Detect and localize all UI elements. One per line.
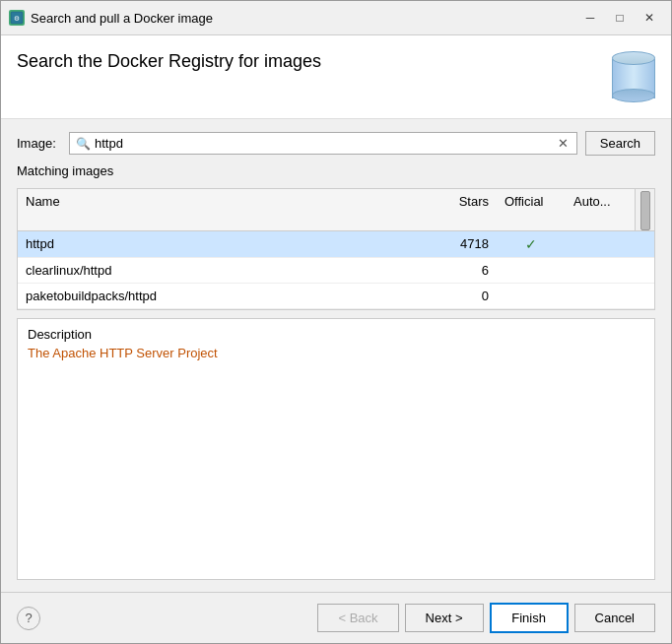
search-input[interactable]	[95, 136, 552, 151]
row-name: clearlinux/httpd	[18, 258, 428, 283]
header-section: Search the Docker Registry for images	[1, 35, 671, 119]
table-row[interactable]: httpd 4718 ✓	[18, 231, 654, 258]
row-official	[497, 258, 566, 283]
row-auto	[566, 284, 635, 308]
image-search-row: Image: 🔍 ✕ Search	[17, 131, 655, 156]
row-auto	[566, 258, 635, 283]
row-spacer	[635, 258, 654, 283]
scrollbar-area	[635, 189, 654, 230]
finish-button[interactable]: Finish	[490, 603, 569, 633]
clear-input-button[interactable]: ✕	[556, 136, 571, 151]
search-icon: 🔍	[76, 137, 91, 151]
footer: ? < Back Next > Finish Cancel	[1, 592, 671, 643]
cancel-button[interactable]: Cancel	[574, 604, 655, 632]
help-button[interactable]: ?	[17, 607, 40, 630]
footer-buttons: < Back Next > Finish Cancel	[317, 603, 655, 633]
table-body: httpd 4718 ✓ clearlinux/httpd 6 paketobu…	[18, 231, 654, 309]
svg-text:⚙: ⚙	[15, 14, 20, 23]
row-name: paketobuildpacks/httpd	[18, 284, 428, 308]
minimize-button[interactable]: ─	[576, 7, 604, 29]
col-official: Official	[497, 189, 566, 230]
app-icon: ⚙	[9, 10, 25, 26]
row-stars: 4718	[428, 231, 497, 257]
table-row[interactable]: paketobuildpacks/httpd 0	[18, 284, 654, 309]
next-button[interactable]: Next >	[405, 604, 484, 632]
page-title: Search the Docker Registry for images	[17, 51, 321, 72]
row-name: httpd	[18, 231, 428, 257]
window-title: Search and pull a Docker image	[31, 11, 213, 26]
matching-images-label: Matching images	[17, 163, 655, 178]
table-header: Name Stars Official Auto...	[18, 189, 654, 231]
maximize-button[interactable]: □	[606, 7, 634, 29]
search-button[interactable]: Search	[585, 131, 655, 156]
row-spacer	[635, 284, 654, 308]
back-button[interactable]: < Back	[317, 604, 398, 632]
row-stars: 6	[428, 258, 497, 283]
table-row[interactable]: clearlinux/httpd 6	[18, 258, 654, 284]
row-stars: 0	[428, 284, 497, 308]
col-name: Name	[18, 189, 428, 230]
results-panel: Name Stars Official Auto... httpd 4718 ✓	[17, 188, 655, 310]
title-bar: ⚙ Search and pull a Docker image ─ □ ✕	[1, 1, 671, 35]
image-label: Image:	[17, 136, 61, 151]
col-stars: Stars	[428, 189, 497, 230]
footer-left: ?	[17, 607, 40, 630]
scrollbar-thumb[interactable]	[640, 191, 650, 230]
close-button[interactable]: ✕	[636, 7, 663, 29]
row-spacer	[635, 231, 654, 257]
main-window: ⚙ Search and pull a Docker image ─ □ ✕ S…	[0, 0, 672, 644]
search-input-container: 🔍 ✕	[69, 132, 577, 155]
row-auto	[566, 231, 635, 257]
official-checkmark: ✓	[525, 236, 537, 252]
description-panel: Description The Apache HTTP Server Proje…	[17, 318, 655, 580]
row-official	[497, 284, 566, 308]
registry-icon	[612, 51, 655, 102]
content-area: Image: 🔍 ✕ Search Matching images Name S…	[1, 119, 671, 592]
row-official: ✓	[497, 231, 566, 257]
description-value: The Apache HTTP Server Project	[28, 346, 644, 360]
col-auto: Auto...	[566, 189, 635, 230]
description-label: Description	[28, 327, 644, 342]
